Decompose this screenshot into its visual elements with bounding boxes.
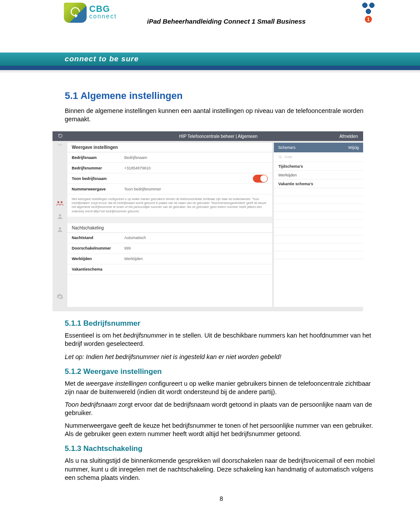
- setting-value: Automatisch: [124, 236, 146, 240]
- list-item: [274, 188, 363, 196]
- page-number: 8: [65, 495, 378, 502]
- tagline: connect to be sure: [65, 55, 139, 63]
- edit-link[interactable]: Wijzig: [348, 145, 359, 150]
- page-header: CBG connect iPad Beheerhandleiding Conne…: [0, 0, 420, 53]
- logout-link[interactable]: Afmelden: [340, 134, 358, 139]
- setting-row[interactable]: Vakantieschema: [67, 264, 272, 275]
- search-input[interactable]: Zoek: [274, 152, 363, 162]
- text: Met de: [65, 380, 86, 387]
- list-item: [274, 251, 363, 259]
- setting-row[interactable]: Nummerweergave Toon bedrijfsnummer: [67, 184, 272, 194]
- side-nav: >>: [52, 141, 67, 307]
- app-topbar: HIP Telefooncentrale beheer | Algemeen A…: [52, 131, 363, 141]
- setting-row[interactable]: Bedrijfsnaam Bedrijfsnaam: [67, 152, 272, 163]
- panel-heading: Nachtschakeling: [67, 223, 272, 233]
- heading-5-1-2: 5.1.2 Weergave instellingen: [65, 367, 378, 376]
- list-item: [274, 220, 363, 228]
- person-icon[interactable]: [54, 224, 66, 235]
- right-panel-header: Schema's Wijzig: [274, 143, 363, 152]
- text-italic: weergave instellingen: [86, 380, 147, 387]
- list-item: [274, 212, 363, 220]
- content: 5.1 Algemene instellingen Binnen de alge…: [0, 74, 420, 520]
- list-item: [274, 204, 363, 212]
- svg-point-3: [59, 228, 61, 230]
- heading-5-1-3: 5.1.3 Nachtschakeling: [65, 444, 378, 453]
- setting-row[interactable]: Werktijden Werktijden: [67, 254, 272, 264]
- app-screenshot: HIP Telefooncentrale beheer | Algemeen A…: [52, 131, 363, 311]
- logo-badge-icon: [64, 3, 87, 23]
- setting-value: Toon bedrijfsnummer: [124, 187, 161, 191]
- users-icon[interactable]: [54, 197, 66, 209]
- svg-point-2: [59, 215, 61, 217]
- paragraph: Als u na sluitingstijd de binnenkomende …: [65, 457, 378, 482]
- panel-heading: Weergave instellingen: [67, 143, 272, 152]
- setting-value: Bedrijfsnaam: [124, 155, 147, 160]
- setting-row[interactable]: Nachtstand Automatisch: [67, 233, 272, 243]
- svg-point-0: [57, 201, 60, 204]
- list-item: [274, 228, 363, 236]
- setting-row[interactable]: Toon bedrijfsnaam: [67, 173, 272, 184]
- svg-point-1: [61, 201, 63, 204]
- logo: CBG connect: [64, 3, 117, 23]
- setting-row[interactable]: Doorschakelnummer 999: [67, 243, 272, 254]
- logo-text-bottom: connect: [89, 13, 117, 19]
- setting-label: Vakantieschema: [72, 267, 124, 271]
- panel-description: Met weergave instellingen configureert u…: [67, 194, 272, 217]
- text-italic: bedrijfsnummer: [123, 332, 167, 339]
- setting-label: Doorschakelnummer: [72, 246, 124, 250]
- banner: connect to be sure: [0, 53, 420, 74]
- list-item[interactable]: Tijdschema's: [274, 162, 363, 171]
- setting-label: Toon bedrijfsnaam: [72, 176, 124, 181]
- setting-label: Werktijden: [72, 257, 124, 261]
- group-icon[interactable]: [54, 211, 66, 222]
- setting-row[interactable]: Bedrijfsnummer +31854879610: [67, 163, 272, 173]
- setting-label: Nachtstand: [72, 236, 124, 240]
- text: Essentieel is om het: [65, 332, 123, 339]
- paragraph: Met de weergave instellingen configureer…: [65, 380, 378, 396]
- setting-value: +31854879610: [124, 166, 150, 170]
- heading-5-1-1: 5.1.1 Bedrijfsnummer: [65, 319, 378, 328]
- expand-icon[interactable]: >>: [58, 143, 62, 147]
- setting-label: Bedrijfsnummer: [72, 166, 124, 170]
- search-icon: [278, 155, 283, 159]
- setting-value: Werktijden: [124, 257, 143, 261]
- paragraph: Toon bedrijfsnaam zorgt ervoor dat de be…: [65, 401, 378, 417]
- paragraph: Essentieel is om het bedrijfsnummer in t…: [65, 331, 378, 348]
- note-italic: Let op: Indien het bedrijfsnummer niet i…: [65, 353, 281, 360]
- list-item[interactable]: Werktijden: [274, 171, 363, 180]
- list-item[interactable]: Vakantie schema's: [274, 180, 363, 188]
- document-title: iPad Beheerhandleiding Connect 1 Small B…: [147, 18, 306, 25]
- setting-value: 999: [124, 246, 131, 250]
- app-title: HIP Telefooncentrale beheer | Algemeen: [179, 134, 257, 139]
- right-panel: Schema's Wijzig Zoek Tijdschema's Werkti…: [274, 143, 363, 307]
- toggle-switch[interactable]: [253, 175, 268, 183]
- paragraph: Nummerweergave geeft de keuze het bedrij…: [65, 422, 378, 438]
- text-italic: Toon bedrijfsnaam: [65, 401, 117, 408]
- paragraph: Binnen de algemene instellingen kunnen e…: [65, 107, 378, 123]
- left-panel: Weergave instellingen Bedrijfsnaam Bedri…: [67, 143, 272, 307]
- right-panel-title: Schema's: [278, 145, 295, 150]
- setting-label: Bedrijfsnaam: [72, 155, 124, 160]
- heading-5-1: 5.1 Algemene instellingen: [65, 90, 378, 102]
- gear-icon[interactable]: [54, 291, 66, 303]
- list-item: [274, 196, 363, 204]
- setting-label: Nummerweergave: [72, 187, 124, 191]
- list-item: [274, 236, 363, 243]
- svg-point-4: [279, 155, 281, 158]
- refresh-icon[interactable]: [58, 133, 63, 139]
- search-placeholder: Zoek: [284, 155, 292, 159]
- chain-icon: 1: [360, 3, 376, 24]
- logo-text-top: CBG: [89, 4, 117, 13]
- notification-badge: 1: [365, 16, 372, 23]
- list-item: [274, 243, 363, 251]
